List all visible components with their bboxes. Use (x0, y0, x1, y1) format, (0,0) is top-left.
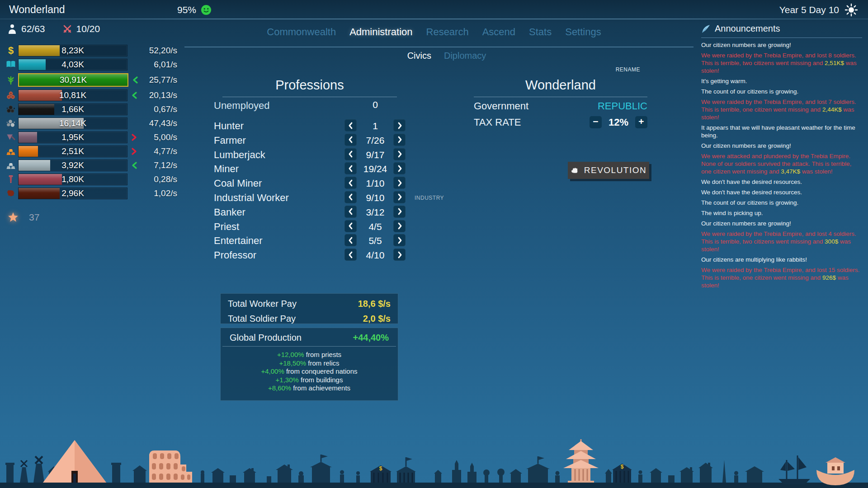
increase-button[interactable] (393, 206, 406, 218)
announcement: The count of our citizens is growing. (701, 199, 862, 206)
bank-building: $ (612, 464, 632, 483)
increase-button[interactable] (393, 191, 406, 203)
game-screen: Wonderland 95% Year 5 Day 10 62/63 (0, 0, 868, 488)
production-item: +18,50% from relics (221, 359, 398, 368)
industry-label: INDUSTRY (415, 195, 444, 201)
resource-row-coal: 1,66K 0,67/s (4, 102, 184, 116)
wonder-ark (816, 457, 854, 485)
trowel-icon (4, 132, 18, 142)
production-item: +12,00% from priests (221, 351, 398, 359)
global-production-label: Global Production (230, 333, 302, 343)
gold-bars-icon (4, 146, 18, 156)
decrease-button[interactable] (344, 249, 357, 261)
profession-row-entertainer: Entertainer 5/5 (214, 234, 431, 249)
tax-rate-row: TAX RATE − 12% + (474, 116, 647, 128)
subtab-civics[interactable]: Civics (407, 51, 431, 61)
resource-sidebar: $ 8,23K 52,20/s 4,03K 6,01/s (4, 43, 184, 200)
tabs-divider (184, 47, 693, 47)
professions-title: Professions (222, 78, 397, 97)
soldier-pay-label: Total Soldier Pay (228, 314, 296, 324)
wheat-rate: 25,77/s (149, 75, 184, 85)
star-icon (7, 211, 19, 223)
government-row: Government REPUBLIC (474, 100, 647, 112)
decrease-button[interactable] (344, 134, 357, 146)
tab-research[interactable]: Research (426, 26, 469, 38)
decrease-button[interactable] (344, 177, 357, 189)
production-item: +4,00% from conquered nations (221, 367, 398, 376)
profession-row-professor: Professor 4/10 (214, 249, 431, 263)
rename-button[interactable]: RENAME (474, 66, 640, 73)
profession-row-hunter: Hunter 1 (214, 119, 431, 134)
screws-bar[interactable]: 1,80K (18, 174, 127, 185)
announcement: We were raided by the Trebia Empire, and… (701, 266, 862, 289)
svg-text:$: $ (379, 465, 382, 472)
increase-button[interactable] (393, 119, 406, 131)
profession-row-banker: Banker 3/12 (214, 206, 431, 220)
wonder-pagoda (563, 439, 599, 483)
increase-button[interactable] (393, 148, 406, 160)
decrease-button[interactable] (344, 206, 357, 218)
increase-button[interactable] (393, 234, 406, 246)
announcements-list: Our citizen numbers are growing! We were… (701, 41, 862, 289)
decrease-button[interactable] (344, 191, 357, 203)
announcement: Our citizen numbers are growing! (701, 41, 862, 49)
announcement: We don't have the desired resources. (701, 178, 862, 186)
increase-button[interactable] (393, 134, 406, 146)
announcement: Our citizens are multiplying like rabbit… (701, 256, 862, 263)
tax-decrease-button[interactable]: − (590, 116, 602, 128)
decrease-button[interactable] (344, 162, 357, 174)
trend-up-icon (129, 133, 139, 142)
iron-rate: 7,12/s (154, 160, 184, 170)
coal-rate: 0,67/s (154, 104, 184, 114)
increase-button[interactable] (393, 220, 406, 232)
iron-bars-icon (4, 160, 18, 170)
global-production-panel: Global Production +44,40% +12,00% from p… (220, 328, 398, 401)
worker-pay-value: 18,6 $/s (358, 299, 391, 309)
trowel-rate: 5,00/s (154, 132, 184, 142)
achievement-stars[interactable]: 37 (7, 211, 39, 223)
stone-bar[interactable]: 16,14K (18, 117, 127, 129)
increase-button[interactable] (393, 249, 406, 261)
decrease-button[interactable] (344, 119, 357, 131)
government-value[interactable]: REPUBLIC (598, 100, 647, 112)
announcement: We were attacked and plundered by the Tr… (701, 152, 862, 175)
trend-down-icon (130, 75, 140, 84)
smiley-icon (201, 5, 212, 15)
trowel-bar[interactable]: 1,95K (18, 131, 127, 143)
happiness-value: 95% (177, 5, 196, 15)
gold-rate: 4,77/s (154, 146, 184, 156)
global-production-total: +44,40% (353, 333, 389, 343)
announcement: The count of our citizens is growing. (701, 88, 862, 95)
tab-settings[interactable]: Settings (565, 26, 601, 38)
resource-row-leather: 2,96K 1,02/s (4, 186, 184, 200)
unemployed-label: Unemployed (214, 100, 270, 112)
sun-icon (844, 3, 858, 17)
increase-button[interactable] (393, 162, 406, 174)
decrease-button[interactable] (344, 234, 357, 246)
tab-administration[interactable]: Administration (349, 26, 412, 38)
tax-increase-button[interactable]: + (635, 116, 647, 128)
resource-row-gold: 2,51K 4,77/s (4, 144, 184, 158)
gold-bar[interactable]: 2,51K (18, 145, 127, 157)
leather-bar[interactable]: 2,96K (18, 188, 127, 199)
tax-rate-label: TAX RATE (474, 117, 521, 128)
wheat-bar[interactable]: 30,91K (18, 73, 128, 87)
tax-rate-value: 12% (607, 117, 630, 128)
logs-bar[interactable]: 10,81K (18, 89, 127, 101)
tab-commonwealth[interactable]: Commonwealth (267, 26, 336, 38)
decrease-button[interactable] (344, 220, 357, 232)
decrease-button[interactable] (344, 148, 357, 160)
coal-bar[interactable]: 1,66K (18, 103, 127, 115)
profession-row-miner: Miner 19/24 (214, 162, 431, 177)
trend-down-icon (129, 91, 139, 100)
iron-bar[interactable]: 3,92K (18, 160, 127, 171)
tab-stats[interactable]: Stats (529, 26, 552, 38)
resource-row-logs: 10,81K 20,13/s (4, 88, 184, 102)
revolution-label: REVOLUTION (584, 165, 647, 175)
increase-button[interactable] (393, 177, 406, 189)
unemployed-value: 0 (357, 99, 393, 110)
tab-ascend[interactable]: Ascend (482, 26, 515, 38)
subtab-diplomacy[interactable]: Diplomacy (444, 51, 486, 61)
revolution-button[interactable]: REVOLUTION (568, 162, 649, 179)
game-date: Year 5 Day 10 (779, 5, 839, 15)
